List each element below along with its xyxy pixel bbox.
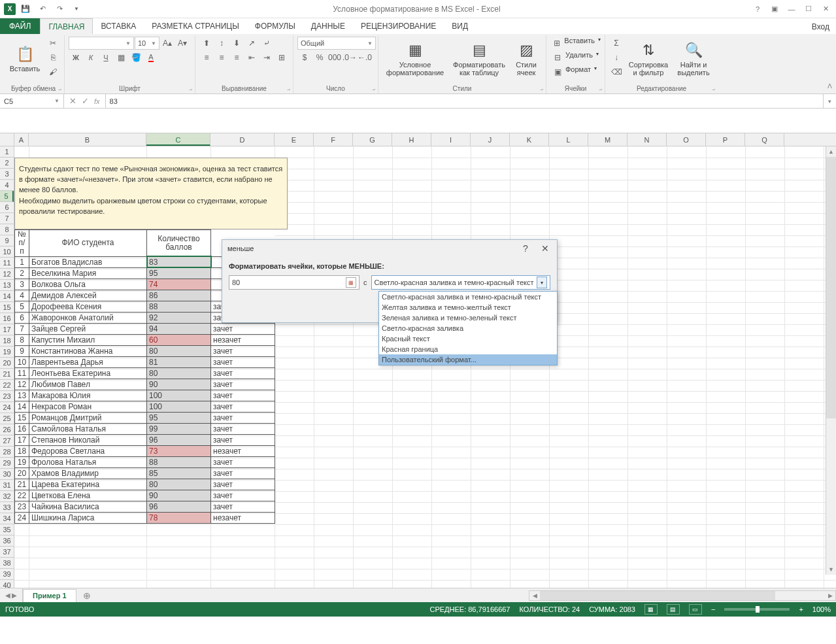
tab-review[interactable]: РЕЦЕНЗИРОВАНИЕ xyxy=(353,18,444,34)
cell-np[interactable]: 17 xyxy=(15,434,29,445)
cell-np[interactable]: 15 xyxy=(15,412,29,423)
col-header-K[interactable]: K xyxy=(510,133,549,146)
row-header-23[interactable]: 23 xyxy=(0,391,14,402)
align-bottom-icon[interactable]: ⬇ xyxy=(229,37,244,50)
cell-np[interactable]: 24 xyxy=(15,512,29,523)
cell-np[interactable]: 19 xyxy=(15,456,29,467)
row-header-11[interactable]: 11 xyxy=(0,258,14,269)
row-header-10[interactable]: 10 xyxy=(0,246,14,258)
cell-np[interactable]: 8 xyxy=(15,334,29,345)
number-format-combo[interactable]: Общий▼ xyxy=(297,37,376,50)
row-header-7[interactable]: 7 xyxy=(0,213,14,224)
row-header-3[interactable]: 3 xyxy=(0,169,14,180)
format-as-table-button[interactable]: ▤ Форматировать как таблицу xyxy=(450,37,508,80)
align-middle-icon[interactable]: ↕ xyxy=(214,37,229,50)
cell-result[interactable]: зачет xyxy=(211,423,275,434)
col-header-A[interactable]: A xyxy=(14,133,29,146)
cell-score[interactable]: 95 xyxy=(147,267,211,279)
row-header-38[interactable]: 38 xyxy=(0,558,14,569)
col-header-Q[interactable]: Q xyxy=(745,133,784,146)
tab-view[interactable]: ВИД xyxy=(444,18,476,34)
percent-icon[interactable]: % xyxy=(312,51,327,64)
row-header-12[interactable]: 12 xyxy=(0,269,14,280)
italic-icon[interactable]: К xyxy=(84,51,98,64)
row-header-26[interactable]: 26 xyxy=(0,424,14,435)
cell-score[interactable]: 94 xyxy=(147,323,211,334)
dropdown-option[interactable]: Зеленая заливка и темно-зеленый текст xyxy=(379,313,557,323)
row-header-27[interactable]: 27 xyxy=(0,435,14,447)
cell-score[interactable]: 96 xyxy=(147,501,211,512)
cell-score[interactable]: 86 xyxy=(147,290,211,301)
row-header-16[interactable]: 16 xyxy=(0,313,14,324)
maximize-icon[interactable]: ☐ xyxy=(801,2,816,16)
wrap-text-icon[interactable]: ⤶ xyxy=(259,37,274,50)
sheet-tab[interactable]: Пример 1 xyxy=(23,589,76,602)
cell-fio[interactable]: Степанов Николай xyxy=(29,434,147,445)
row-header-1[interactable]: 1 xyxy=(0,146,14,158)
scroll-down-icon[interactable]: ▼ xyxy=(826,564,836,575)
cells-area[interactable]: Студенты сдают тест по теме «Рыночная эк… xyxy=(14,146,836,588)
indent-decrease-icon[interactable]: ⇤ xyxy=(244,51,259,64)
dropdown-option[interactable]: Светло-красная заливка xyxy=(379,323,557,333)
row-header-22[interactable]: 22 xyxy=(0,380,14,391)
cell-score[interactable]: 73 xyxy=(147,445,211,456)
cell-np[interactable]: 9 xyxy=(15,345,29,356)
cell-result[interactable]: незачет xyxy=(211,445,275,456)
dropdown-option[interactable]: Желтая заливка и темно-желтый текст xyxy=(379,302,557,313)
dialog-value-input[interactable]: 80 ▦ xyxy=(229,275,359,290)
align-top-icon[interactable]: ⬆ xyxy=(199,37,214,50)
dialog-help-icon[interactable]: ? xyxy=(519,243,532,254)
scroll-left-icon[interactable]: ◀ xyxy=(529,592,540,599)
row-header-39[interactable]: 39 xyxy=(0,569,14,580)
cell-result[interactable]: зачет xyxy=(211,501,275,512)
cell-np[interactable]: 14 xyxy=(15,401,29,412)
cell-score[interactable]: 80 xyxy=(147,479,211,490)
row-header-24[interactable]: 24 xyxy=(0,402,14,413)
cell-fio[interactable]: Чайкина Василиса xyxy=(29,501,147,512)
zoom-level[interactable]: 100% xyxy=(812,605,831,613)
tab-data[interactable]: ДАННЫЕ xyxy=(303,18,353,34)
row-header-30[interactable]: 30 xyxy=(0,469,14,480)
qat-dropdown-icon[interactable]: ▼ xyxy=(69,2,84,16)
fill-icon[interactable]: ↓ xyxy=(609,51,624,64)
sheet-nav-prev-icon[interactable]: ◀ xyxy=(5,592,10,599)
cell-fio[interactable]: Богатов Владислав xyxy=(29,256,147,267)
cell-fio[interactable]: Макарова Юлия xyxy=(29,390,147,401)
col-header-O[interactable]: O xyxy=(667,133,706,146)
save-icon[interactable]: 💾 xyxy=(18,2,33,16)
dropdown-option[interactable]: Красный текст xyxy=(379,333,557,344)
cell-result[interactable]: зачет xyxy=(211,401,275,412)
row-header-28[interactable]: 28 xyxy=(0,447,14,458)
font-color-icon[interactable]: A xyxy=(144,51,158,64)
minimize-icon[interactable]: — xyxy=(784,2,799,16)
cell-np[interactable]: 1 xyxy=(15,256,29,267)
row-header-20[interactable]: 20 xyxy=(0,358,14,369)
cell-np[interactable]: 6 xyxy=(15,312,29,323)
font-name-combo[interactable]: ▼ xyxy=(69,37,134,50)
cell-score[interactable]: 92 xyxy=(147,312,211,323)
cell-result[interactable]: зачет xyxy=(211,367,275,379)
border-icon[interactable]: ▦ xyxy=(114,51,128,64)
insert-cells-button[interactable]: ⊞Вставить▾ xyxy=(550,37,601,50)
cell-np[interactable]: 3 xyxy=(15,279,29,290)
row-header-34[interactable]: 34 xyxy=(0,513,14,524)
cell-score[interactable]: 95 xyxy=(147,412,211,423)
formula-input[interactable]: 83 xyxy=(106,94,823,108)
cut-icon[interactable]: ✂ xyxy=(46,37,60,50)
indent-increase-icon[interactable]: ⇥ xyxy=(259,51,274,64)
vscroll-thumb[interactable] xyxy=(826,157,836,418)
copy-icon[interactable]: ⎘ xyxy=(46,51,60,64)
select-all-corner[interactable] xyxy=(0,133,14,146)
col-header-J[interactable]: J xyxy=(471,133,510,146)
cell-np[interactable]: 23 xyxy=(15,501,29,512)
align-left-icon[interactable]: ≡ xyxy=(199,51,214,64)
cell-result[interactable]: незачет xyxy=(211,512,275,523)
col-header-I[interactable]: I xyxy=(431,133,471,146)
underline-icon[interactable]: Ч xyxy=(99,51,113,64)
delete-cells-button[interactable]: ⊟Удалить▾ xyxy=(550,51,601,64)
col-header-B[interactable]: B xyxy=(29,133,146,146)
cell-score[interactable]: 99 xyxy=(147,423,211,434)
dropdown-option[interactable]: Пользовательский формат... xyxy=(379,354,557,365)
row-header-2[interactable]: 2 xyxy=(0,158,14,169)
cell-fio[interactable]: Любимов Павел xyxy=(29,379,147,390)
